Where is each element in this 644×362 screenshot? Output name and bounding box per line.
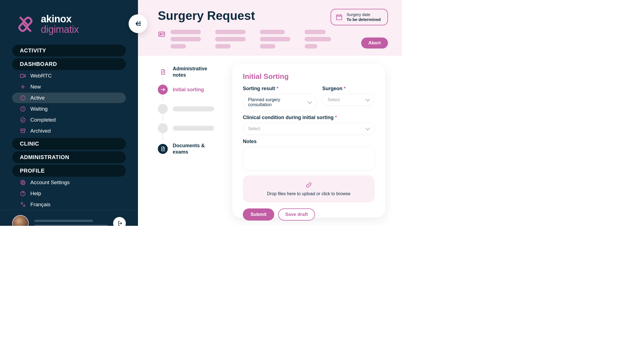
card-title: Initial Sorting xyxy=(243,72,375,81)
notes-textarea[interactable] xyxy=(243,147,375,170)
calendar-icon xyxy=(336,14,343,21)
sorting-result-select[interactable]: Planned surgery consultation xyxy=(243,94,317,111)
save-draft-button[interactable]: Save draft xyxy=(278,208,315,221)
nav-item-archived[interactable]: Archived xyxy=(12,126,126,136)
nav-item-completed[interactable]: Completed xyxy=(12,115,126,125)
sidebar-footer xyxy=(0,210,138,226)
nav-item-waiting[interactable]: Waiting xyxy=(12,104,126,114)
step-list: Administrative notes Initial sorting xyxy=(158,64,221,218)
svg-point-9 xyxy=(160,33,161,35)
svg-rect-0 xyxy=(20,74,24,77)
field-label: Notes xyxy=(243,139,375,144)
translate-icon xyxy=(20,202,26,208)
nav-item-language[interactable]: Français xyxy=(12,199,126,210)
nav-section-dashboard[interactable]: DASHBOARD xyxy=(12,58,126,70)
archive-icon xyxy=(20,128,26,134)
nav-item-new[interactable]: New xyxy=(12,82,126,92)
surgery-date-value: To be determined xyxy=(347,17,381,22)
chevron-left-icon xyxy=(134,20,142,28)
logout-icon xyxy=(116,220,123,226)
nav-label: Français xyxy=(30,202,50,208)
logo: akinox digimatix xyxy=(0,0,138,43)
submit-button[interactable]: Submit xyxy=(243,208,274,221)
field-notes: Notes xyxy=(243,139,375,170)
svg-point-5 xyxy=(22,182,24,183)
alert-circle-icon xyxy=(20,95,26,101)
arrow-right-icon xyxy=(160,87,166,92)
step-placeholder xyxy=(158,104,221,114)
id-card-icon xyxy=(158,30,166,39)
svg-rect-7 xyxy=(336,15,342,20)
clinical-condition-select[interactable]: Select xyxy=(243,123,375,135)
nav-label: Account Settings xyxy=(30,179,70,186)
patient-info-placeholder xyxy=(171,30,356,49)
abort-button[interactable]: Abort xyxy=(361,37,388,49)
nav-label: Completed xyxy=(30,117,56,123)
check-circle-icon xyxy=(20,117,26,123)
video-icon xyxy=(20,73,26,79)
user-info-placeholder xyxy=(34,220,108,226)
nav-label: WebRTC xyxy=(30,73,52,79)
field-clinical-condition: Clinical condition during initial sortin… xyxy=(243,115,375,135)
logo-mark-icon xyxy=(15,14,36,35)
step-label: Initial sorting xyxy=(173,87,204,93)
brand-line1: akinox xyxy=(41,14,79,24)
nav-label: New xyxy=(30,84,41,90)
surgeon-select[interactable]: Select xyxy=(322,94,375,106)
page-header: Surgery Request Surgery date To be deter… xyxy=(138,0,402,56)
step-label: Administrative notes xyxy=(173,66,221,78)
nav-label: Archived xyxy=(30,128,51,134)
svg-rect-4 xyxy=(21,129,25,130)
sidebar-collapse-button[interactable] xyxy=(129,14,147,33)
user-avatar[interactable] xyxy=(12,215,29,226)
brand-line2: digimatix xyxy=(41,24,79,35)
step-admin-notes[interactable]: Administrative notes xyxy=(158,66,221,78)
nav-section-activity[interactable]: ACTIVITY xyxy=(12,45,126,57)
main-content: Surgery Request Surgery date To be deter… xyxy=(138,0,402,226)
link-icon xyxy=(305,181,312,189)
nav-item-help[interactable]: Help xyxy=(12,188,126,199)
step-documents[interactable]: Documents & exams xyxy=(158,143,221,155)
field-label: Surgeon * xyxy=(322,86,375,92)
step-initial-sorting[interactable]: Initial sorting xyxy=(158,85,221,95)
nav-item-active[interactable]: Active xyxy=(12,93,126,103)
plus-icon xyxy=(20,84,26,90)
nav-label: Waiting xyxy=(30,106,48,112)
nav-section-clinic[interactable]: CLINIC xyxy=(12,138,126,150)
file-icon xyxy=(160,146,166,152)
nav-label: Help xyxy=(30,191,41,197)
field-sorting-result: Sorting result * Planned surgery consult… xyxy=(243,86,317,111)
clock-icon xyxy=(20,106,26,112)
field-surgeon: Surgeon * Select xyxy=(322,86,375,111)
file-dropzone[interactable]: Drop files here to upload or click to br… xyxy=(243,175,375,202)
gear-icon xyxy=(20,179,26,186)
step-label: Documents & exams xyxy=(173,143,221,155)
dropzone-text: Drop files here to upload or click to br… xyxy=(267,191,350,196)
nav-label: Active xyxy=(30,95,45,101)
field-label: Sorting result * xyxy=(243,86,317,92)
nav-item-webrtc[interactable]: WebRTC xyxy=(12,71,126,81)
svg-point-3 xyxy=(21,118,25,122)
sidebar: akinox digimatix ACTIVITY DASHBOARD WebR… xyxy=(0,0,138,226)
main-nav: ACTIVITY DASHBOARD WebRTC New Active Wai… xyxy=(0,43,138,210)
form-card: Initial Sorting Sorting result * Planned… xyxy=(232,64,385,218)
surgery-date-label: Surgery date xyxy=(347,12,381,17)
nav-section-administration[interactable]: ADMINISTRATION xyxy=(12,151,126,163)
surgery-date-badge: Surgery date To be determined xyxy=(331,9,388,25)
nav-item-account-settings[interactable]: Account Settings xyxy=(12,177,126,188)
help-circle-icon xyxy=(20,191,26,197)
page-title: Surgery Request xyxy=(158,9,255,23)
logout-button[interactable] xyxy=(113,217,126,226)
nav-section-profile[interactable]: PROFILE xyxy=(12,165,126,177)
document-icon xyxy=(159,69,166,75)
step-placeholder xyxy=(158,123,221,133)
field-label: Clinical condition during initial sortin… xyxy=(243,115,375,120)
